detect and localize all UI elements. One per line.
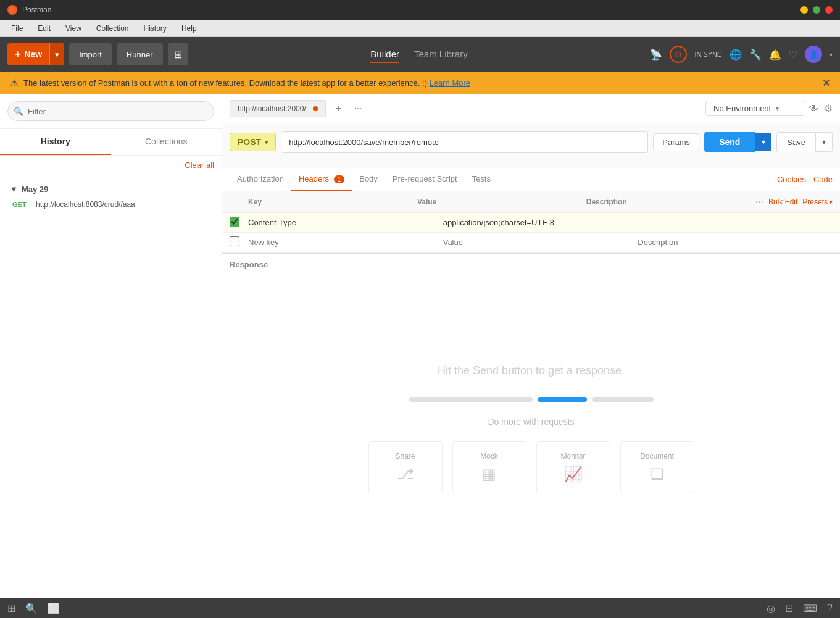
eye-icon[interactable]: 👁 <box>809 103 819 114</box>
learn-more-link[interactable]: Learn More <box>430 78 470 88</box>
share-card[interactable]: Share ⎇ <box>368 441 443 493</box>
sidebar: 🔍 History Collections Clear all ▼ May 29… <box>0 94 222 598</box>
new-button[interactable]: + New ▾ <box>7 43 64 65</box>
menu-view[interactable]: View <box>59 22 88 35</box>
header-row: Content-Type application/json;charset=UT… <box>222 213 840 233</box>
request-modified-indicator <box>313 106 318 111</box>
tab-tests[interactable]: Tests <box>465 168 498 191</box>
save-dropdown-button[interactable]: ▾ <box>816 132 833 152</box>
menu-help[interactable]: Help <box>175 22 203 35</box>
bulk-edit-button[interactable]: Bulk Edit <box>768 198 797 206</box>
history-group-header[interactable]: ▼ May 29 <box>5 182 217 196</box>
main-area: 🔍 History Collections Clear all ▼ May 29… <box>0 94 840 598</box>
close-button[interactable] <box>825 6 833 14</box>
team-library-tab[interactable]: Team Library <box>414 46 468 63</box>
settings-icon[interactable]: ⚙ <box>824 102 833 114</box>
new-row-checkbox[interactable] <box>230 236 239 246</box>
send-dropdown-button[interactable]: ▾ <box>755 133 771 151</box>
maximize-button[interactable] <box>813 6 820 14</box>
sync-label: IN SYNC <box>694 51 722 58</box>
more-tabs-button[interactable]: ··· <box>351 101 364 117</box>
mock-label: Mock <box>480 452 498 461</box>
request-tab-url: http://localhost:2000/: <box>238 104 308 113</box>
environment-label: No Environment <box>713 104 771 113</box>
console-icon[interactable]: ⬜ <box>48 603 60 614</box>
save-button[interactable]: Save <box>776 132 816 152</box>
environment-selector[interactable]: No Environment ▾ <box>705 101 804 116</box>
new-key-input[interactable] <box>248 238 443 247</box>
headers-table-header: Key Value Description ··· Bulk Edit Pres… <box>222 191 840 213</box>
request-tab[interactable]: http://localhost:2000/: <box>230 100 326 117</box>
collapse-icon: ▼ <box>10 185 18 194</box>
toolbar-center: Builder Team Library <box>193 46 646 63</box>
filter-input[interactable] <box>7 101 214 121</box>
document-icon: ❏ <box>651 466 664 483</box>
new-button-dropdown[interactable]: ▾ <box>49 43 64 65</box>
bar-right <box>592 397 654 402</box>
search-icon: 🔍 <box>14 107 23 116</box>
code-link[interactable]: Code <box>813 175 833 184</box>
location-icon[interactable]: ◎ <box>767 603 775 614</box>
url-input[interactable] <box>281 131 648 153</box>
share-icon: ⎇ <box>397 466 414 483</box>
more-options-icon[interactable]: ··· <box>755 196 763 207</box>
new-value-input[interactable] <box>443 238 638 247</box>
url-bar: http://localhost:2000/: + ··· No Environ… <box>222 94 840 123</box>
header-key-cell[interactable]: Content-Type <box>248 218 443 227</box>
env-dropdown-icon: ▾ <box>776 105 779 112</box>
cookies-link[interactable]: Cookies <box>777 175 806 184</box>
sidebar-toggle-icon[interactable]: ⊞ <box>7 603 15 614</box>
send-button[interactable]: Send <box>704 132 755 152</box>
history-item[interactable]: GET http://localhost:8083/crud//aaa <box>5 196 217 212</box>
menu-bar: File Edit View Collection History Help <box>0 20 840 37</box>
response-actions: Share ⎇ Mock ▦ Monitor 📈 Document ❏ <box>368 441 694 493</box>
clear-all-button[interactable]: Clear all <box>0 156 222 175</box>
response-body: Hit the Send button to get a response. D… <box>222 272 840 598</box>
bar-center <box>538 397 587 402</box>
method-selector[interactable]: POST ▾ <box>230 133 276 151</box>
document-card[interactable]: Document ❏ <box>620 441 694 493</box>
presets-button[interactable]: Presets ▾ <box>802 198 833 206</box>
import-button[interactable]: Import <box>69 43 112 65</box>
avatar-dropdown[interactable]: ▾ <box>830 51 833 58</box>
menu-file[interactable]: File <box>5 22 29 35</box>
description-column-header: Description <box>586 198 755 206</box>
monitor-card[interactable]: Monitor 📈 <box>536 441 610 493</box>
mock-card[interactable]: Mock ▦ <box>452 441 526 493</box>
add-tab-button[interactable]: + <box>331 101 346 117</box>
help-icon[interactable]: ? <box>827 603 833 614</box>
tab-pre-request-script[interactable]: Pre-request Script <box>385 168 465 191</box>
tab-headers[interactable]: Headers 1 <box>291 168 352 191</box>
warning-icon: ⚠ <box>10 77 19 89</box>
collections-tab[interactable]: Collections <box>111 129 222 155</box>
sidebar-history: ▼ May 29 GET http://localhost:8083/crud/… <box>0 175 222 598</box>
tab-authorization[interactable]: Authorization <box>230 168 291 191</box>
globe-icon: 🌐 <box>730 49 742 61</box>
menu-collection[interactable]: Collection <box>90 22 135 35</box>
avatar[interactable]: 👤 <box>805 46 822 63</box>
runner-button[interactable]: Runner <box>117 43 163 65</box>
menu-edit[interactable]: Edit <box>31 22 57 35</box>
bottom-right: ◎ ⊟ ⌨ ? <box>767 603 833 614</box>
history-tab[interactable]: History <box>0 129 111 155</box>
minimize-button[interactable] <box>800 6 808 14</box>
header-enabled-checkbox[interactable] <box>230 217 239 227</box>
menu-history[interactable]: History <box>138 22 173 35</box>
toolbar: + New ▾ Import Runner ⊞ Builder Team Lib… <box>0 37 840 72</box>
tab-body[interactable]: Body <box>352 168 385 191</box>
layout-button[interactable]: ⊞ <box>168 43 188 65</box>
params-button[interactable]: Params <box>653 133 699 151</box>
bottom-bar: ⊞ 🔍 ⬜ ◎ ⊟ ⌨ ? <box>0 598 840 618</box>
satellite-icon: 📡 <box>650 49 662 61</box>
new-desc-input[interactable] <box>638 238 833 247</box>
toolbar-right: 📡 ⊙ IN SYNC 🌐 🔧 🔔 ♡ 👤 ▾ <box>650 46 833 63</box>
keyboard-icon[interactable]: ⌨ <box>803 603 817 614</box>
search-bottom-icon[interactable]: 🔍 <box>25 603 38 614</box>
two-pane-icon[interactable]: ⊟ <box>785 603 793 614</box>
notification-banner: ⚠ The latest version of Postman is out w… <box>0 72 840 94</box>
history-group-label: May 29 <box>22 185 48 194</box>
builder-tab[interactable]: Builder <box>370 46 399 63</box>
header-value-cell[interactable]: application/json;charset=UTF-8 <box>443 218 638 227</box>
new-button-main[interactable]: + New <box>7 49 49 60</box>
banner-close-button[interactable]: ✕ <box>822 77 830 89</box>
